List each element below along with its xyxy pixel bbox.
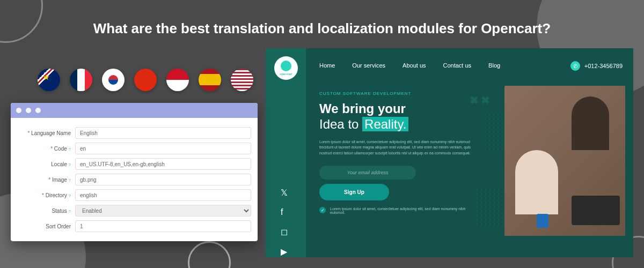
flag-us-icon — [231, 69, 253, 91]
person-illustration — [515, 150, 558, 214]
flag-es-icon — [199, 69, 221, 91]
input-sort-order[interactable] — [75, 220, 251, 232]
nav-blog[interactable]: Blog — [488, 62, 500, 69]
flag-cn-icon — [134, 69, 157, 91]
check-icon: ✓ — [319, 207, 326, 213]
form-body: * Language Name * Code ? Locale ? * Imag… — [11, 118, 258, 241]
label-image: * Image ? — [17, 177, 75, 183]
twitter-icon[interactable]: 𝕏 — [281, 188, 288, 198]
logo-icon — [281, 61, 291, 71]
flag-kr-icon — [102, 69, 125, 91]
input-image[interactable] — [75, 174, 251, 185]
window-titlebar — [11, 103, 258, 118]
input-locale[interactable] — [75, 158, 251, 170]
youtube-icon[interactable]: ▶ — [281, 247, 288, 257]
label-directory: * Directory ? — [17, 192, 75, 198]
input-language-name[interactable] — [75, 127, 251, 139]
logo-text: opencart — [280, 72, 292, 76]
logo: opencart — [274, 56, 298, 80]
help-icon: ? — [69, 193, 71, 198]
decor-circle-mid — [188, 241, 231, 268]
signup-button[interactable]: Sign Up — [319, 184, 389, 200]
hero-description: Lorem ipsum dolor sit amet, consectetuer… — [319, 139, 480, 157]
flag-row — [38, 69, 253, 91]
label-language-name: * Language Name — [17, 130, 75, 136]
label-status: Status ? — [17, 208, 75, 214]
main-nav: Home Our services About us Contact us Bl… — [319, 62, 500, 69]
hero-image — [504, 86, 625, 236]
phone-number: +012-3456789 — [584, 63, 623, 69]
nav-home[interactable]: Home — [319, 62, 335, 69]
help-icon: ? — [69, 147, 71, 152]
flag-fr-icon — [70, 69, 92, 91]
hero-heading-1: We bring your — [319, 101, 496, 117]
flag-id-icon — [166, 69, 189, 91]
window-dot-icon — [26, 108, 31, 113]
label-locale: Locale ? — [17, 161, 75, 167]
hero-heading-2: Idea to Reality. — [319, 117, 496, 132]
window-dot-icon — [16, 108, 21, 113]
language-form-window: * Language Name * Code ? Locale ? * Imag… — [11, 103, 258, 241]
facebook-icon[interactable]: f — [281, 207, 288, 217]
laptop-illustration — [572, 196, 620, 225]
nav-about[interactable]: About us — [402, 62, 426, 69]
page-title: What are the best translation and locali… — [0, 20, 644, 37]
nav-contact[interactable]: Contact us — [443, 62, 472, 69]
window-dot-icon — [35, 108, 41, 113]
label-sort-order: Sort Order — [17, 224, 75, 229]
hero-subtitle: CUSTOM SOFTWARE DEVELOPMENT — [319, 91, 496, 96]
help-icon: ? — [69, 178, 71, 183]
help-icon: ? — [69, 162, 71, 167]
email-input[interactable]: Your email address — [319, 166, 416, 180]
phone-icon: ✆ — [570, 61, 580, 71]
hero-accent: Reality. — [362, 117, 408, 131]
phone-contact: ✆ +012-3456789 — [570, 61, 623, 71]
mug-illustration — [537, 214, 548, 228]
website-preview: opencart 𝕏 f ◻ ▶ Home Our services About… — [266, 48, 633, 257]
input-directory[interactable] — [75, 189, 251, 201]
label-code: * Code ? — [17, 146, 75, 152]
social-icons: 𝕏 f ◻ ▶ — [281, 188, 288, 257]
help-icon: ? — [69, 209, 71, 214]
input-code[interactable] — [75, 143, 251, 154]
check-text: ✓ Lorem ipsum dolor sit amet, consectetu… — [319, 207, 470, 214]
select-status[interactable]: Enabled — [75, 205, 251, 217]
nav-services[interactable]: Our services — [352, 62, 385, 69]
instagram-icon[interactable]: ◻ — [281, 227, 288, 237]
hero-section: CUSTOM SOFTWARE DEVELOPMENT We bring you… — [319, 91, 496, 214]
person-illustration — [572, 96, 609, 150]
